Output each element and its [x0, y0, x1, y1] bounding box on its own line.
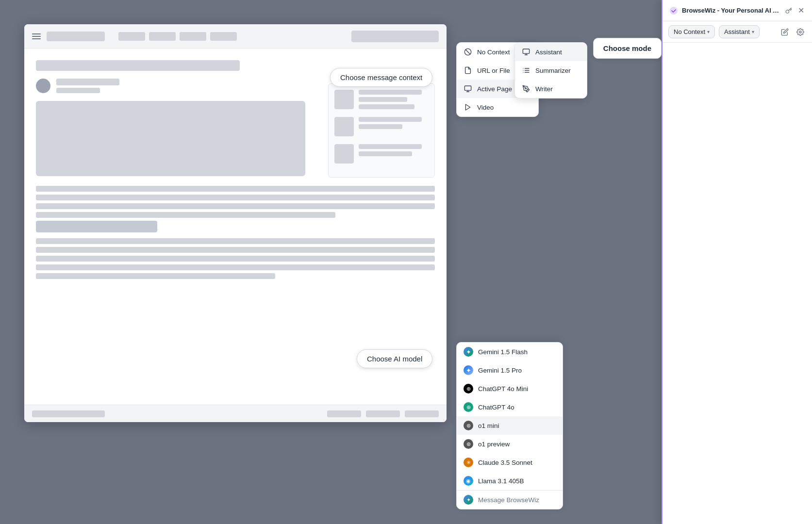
- message-browsewiz-icon: ✦: [464, 495, 473, 505]
- svg-line-3: [465, 49, 470, 54]
- svg-point-0: [670, 7, 678, 15]
- gemini-pro-label: Gemini 1.5 Pro: [478, 367, 522, 374]
- chatgpt-4o-label: ChatGPT 4o: [478, 404, 514, 411]
- model-llama-31[interactable]: ◉ Llama 3.1 405B: [457, 472, 563, 490]
- footer-left-skeleton: [32, 410, 105, 417]
- sidebar-thumb-2: [334, 117, 354, 136]
- sidebar-line-1c: [359, 104, 414, 109]
- context-dropdown[interactable]: No Context ▾: [668, 25, 715, 38]
- no-context-label: No Context: [477, 49, 510, 56]
- ext-pin-button[interactable]: [784, 6, 793, 15]
- edit-button[interactable]: [779, 26, 791, 38]
- model-chatgpt-4o[interactable]: ⊕ ChatGPT 4o: [457, 398, 563, 416]
- main-image-skeleton: [36, 101, 305, 176]
- active-page-label: Active Page: [477, 85, 512, 93]
- sidebar-line-1b: [359, 97, 407, 102]
- sidebar-line-3a: [359, 144, 422, 149]
- choose-mode-tooltip: Choose mode: [593, 38, 662, 59]
- message-browsewiz-label: Message BrowseWiz: [478, 496, 539, 504]
- model-message-browsewiz[interactable]: ✦ Message BrowseWiz: [457, 490, 563, 509]
- model-gemini-flash[interactable]: ✦ Gemini 1.5 Flash: [457, 343, 563, 361]
- mode-dropdown[interactable]: Assistant ▾: [719, 25, 760, 38]
- sidebar-line-2a: [359, 117, 422, 122]
- assistant-icon: [522, 48, 530, 56]
- extension-panel: BrowseWiz - Your Personal AI Assistant..…: [662, 0, 812, 524]
- mode-dropdown-chevron: ▾: [752, 29, 754, 34]
- llama-icon: ◉: [464, 476, 473, 486]
- sidebar-item-1: [334, 90, 429, 109]
- settings-button[interactable]: [795, 26, 806, 38]
- sidebar-line-3b: [359, 151, 412, 156]
- ext-body: [663, 43, 812, 524]
- mode-dropdown-menu: Assistant Summarizer Writer: [514, 42, 587, 98]
- sidebar-item-3: [334, 144, 429, 164]
- mode-writer[interactable]: Writer: [515, 80, 587, 98]
- summarizer-icon: [522, 66, 530, 75]
- text-line-4: [36, 212, 335, 218]
- mode-assistant[interactable]: Assistant: [515, 43, 587, 61]
- o1-preview-icon: ⊛: [464, 439, 473, 449]
- video-icon: [464, 103, 472, 112]
- ext-title: BrowseWiz - Your Personal AI Assistant..…: [682, 7, 780, 14]
- claude-icon: ✳: [464, 458, 473, 467]
- text-line-6: [36, 247, 435, 253]
- browser-nav-tabs: [118, 32, 237, 41]
- text-line-7: [36, 256, 435, 262]
- writer-icon: [522, 84, 530, 93]
- writer-label: Writer: [535, 85, 553, 93]
- chatgpt-4o-mini-label: ChatGPT 4o Mini: [478, 385, 528, 393]
- nav-tab-2: [149, 32, 176, 41]
- mode-summarizer[interactable]: Summarizer: [515, 61, 587, 80]
- highlight-block: [36, 221, 157, 232]
- model-gemini-pro[interactable]: ✦ Gemini 1.5 Pro: [457, 361, 563, 379]
- text-line-3: [36, 203, 435, 209]
- no-context-icon: [464, 48, 472, 56]
- footer-item-1: [327, 410, 361, 417]
- sidebar-line-1a: [359, 90, 422, 95]
- browser-menu-icon[interactable]: [32, 33, 41, 39]
- ext-toolbar: No Context ▾ Assistant ▾: [663, 21, 812, 43]
- nav-tab-1: [118, 32, 145, 41]
- choose-context-tooltip: Choose message context: [330, 68, 432, 87]
- model-o1-preview[interactable]: ⊛ o1 preview: [457, 435, 563, 453]
- context-video[interactable]: Video: [457, 98, 538, 116]
- gemini-pro-icon: ✦: [464, 365, 473, 375]
- gemini-flash-label: Gemini 1.5 Flash: [478, 348, 528, 356]
- model-o1-mini[interactable]: ⊛ o1 mini: [457, 416, 563, 435]
- svg-point-17: [525, 88, 527, 89]
- ext-close-button[interactable]: ✕: [797, 5, 805, 16]
- video-label: Video: [477, 104, 494, 111]
- svg-rect-8: [523, 49, 529, 53]
- page-title-skeleton: [36, 60, 240, 71]
- sidebar-thumb-3: [334, 144, 354, 164]
- browsewiz-logo-icon: [669, 6, 678, 15]
- o1-mini-icon: ⊛: [464, 421, 473, 430]
- author-meta-skeleton: [56, 88, 100, 93]
- sidebar-card: [328, 83, 435, 178]
- sidebar-line-2b: [359, 124, 402, 129]
- model-chatgpt-4o-mini[interactable]: ⊕ ChatGPT 4o Mini: [457, 379, 563, 398]
- svg-rect-4: [464, 86, 471, 90]
- sidebar-item-2: [334, 117, 429, 136]
- gemini-flash-icon: ✦: [464, 347, 473, 357]
- model-claude-35[interactable]: ✳ Claude 3.5 Sonnet: [457, 453, 563, 472]
- text-line-9: [36, 273, 275, 279]
- svg-marker-7: [465, 104, 470, 110]
- nav-tab-3: [180, 32, 206, 41]
- context-dropdown-label: No Context: [674, 28, 705, 35]
- footer-item-2: [366, 410, 400, 417]
- ext-header: BrowseWiz - Your Personal AI Assistant..…: [663, 0, 812, 21]
- browser-title-skeleton: [47, 32, 105, 41]
- browser-search-bar: [351, 31, 439, 42]
- text-line-2: [36, 195, 435, 200]
- text-line-8: [36, 264, 435, 270]
- text-line-5: [36, 238, 435, 244]
- claude-label: Claude 3.5 Sonnet: [478, 459, 532, 466]
- o1-preview-label: o1 preview: [478, 441, 510, 448]
- browser-toolbar: [24, 24, 447, 49]
- author-name-skeleton: [56, 79, 119, 85]
- summarizer-label: Summarizer: [535, 67, 571, 74]
- sidebar-content: [328, 83, 435, 178]
- footer-right: [327, 410, 439, 417]
- o1-mini-label: o1 mini: [478, 422, 499, 429]
